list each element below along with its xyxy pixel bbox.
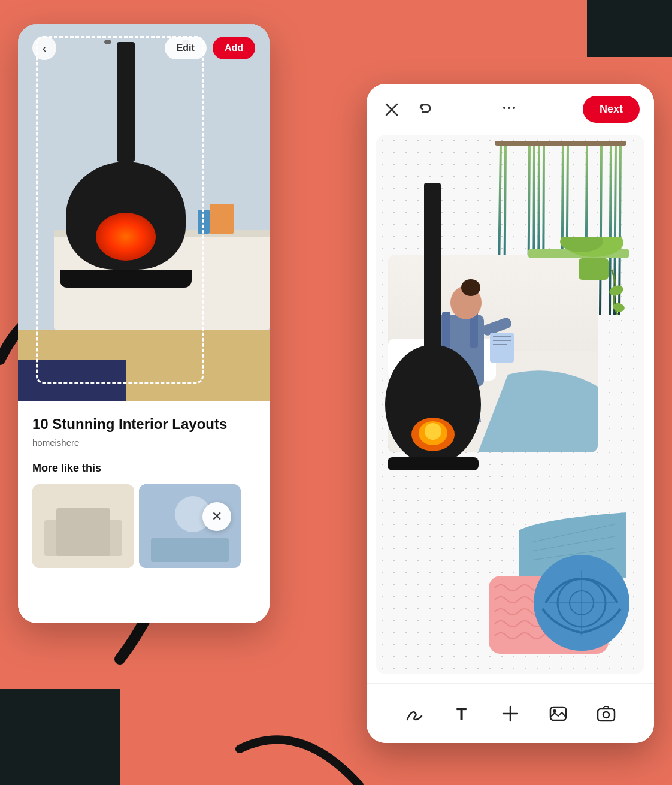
- canvas-area[interactable]: [376, 135, 644, 674]
- svg-point-22: [503, 107, 505, 109]
- close-overlay-icon: ✕: [211, 509, 222, 524]
- more-like-this-label: More like this: [32, 462, 255, 475]
- next-button[interactable]: Next: [583, 96, 640, 123]
- more-options-button[interactable]: [502, 101, 516, 119]
- svg-rect-88: [550, 707, 566, 720]
- svg-rect-90: [598, 709, 615, 721]
- svg-point-23: [508, 107, 510, 109]
- left-phone: ‹ Edit Add 10 Stunning Interior Layouts …: [18, 24, 270, 623]
- svg-rect-73: [579, 258, 609, 280]
- svg-rect-1: [0, 689, 120, 785]
- camera-tool-button[interactable]: [593, 701, 619, 727]
- right-header-left-actions: [381, 99, 436, 120]
- svg-rect-16: [56, 508, 110, 556]
- svg-rect-69: [388, 457, 479, 470]
- svg-point-24: [513, 107, 515, 109]
- back-button[interactable]: ‹: [32, 36, 56, 60]
- svg-rect-25: [495, 141, 626, 146]
- bottom-toolbar: T: [367, 683, 654, 743]
- right-phone-header: Next: [367, 84, 654, 135]
- blue-round-pillow: [531, 552, 632, 656]
- edit-button[interactable]: Edit: [165, 37, 207, 59]
- close-button[interactable]: [381, 99, 402, 120]
- right-phone: Next: [367, 84, 654, 743]
- pin-author: homeishere: [32, 437, 255, 448]
- svg-rect-12: [210, 204, 234, 234]
- add-button[interactable]: Add: [213, 37, 255, 59]
- undo-button[interactable]: [414, 99, 436, 120]
- image-tool-button[interactable]: [545, 701, 571, 727]
- add-tool-button[interactable]: [497, 701, 523, 727]
- fireplace-selection-outline: [36, 36, 204, 384]
- fireplace-right: [385, 183, 481, 473]
- left-phone-content: 10 Stunning Interior Layouts homeishere …: [18, 401, 270, 623]
- svg-rect-61: [493, 336, 511, 337]
- svg-rect-19: [151, 538, 229, 562]
- thumbnail-1[interactable]: [32, 484, 134, 568]
- svg-rect-63: [493, 344, 507, 345]
- pin-title: 10 Stunning Interior Layouts: [32, 416, 255, 433]
- svg-point-68: [425, 423, 441, 440]
- left-phone-image-area: ‹ Edit Add: [18, 24, 270, 413]
- svg-point-74: [608, 283, 625, 297]
- svg-text:T: T: [456, 705, 467, 723]
- svg-rect-0: [587, 0, 672, 57]
- svg-rect-62: [493, 340, 511, 341]
- thumbnails-row: ✕: [32, 484, 255, 568]
- text-tool-button[interactable]: T: [449, 701, 476, 727]
- left-phone-header: ‹ Edit Add: [18, 24, 270, 72]
- plant-shelf: [528, 237, 629, 323]
- close-overlay-button[interactable]: ✕: [202, 502, 231, 531]
- svg-point-91: [603, 712, 609, 718]
- svg-rect-64: [424, 183, 441, 351]
- draw-tool-button[interactable]: [401, 701, 428, 727]
- header-action-buttons: Edit Add: [165, 37, 255, 59]
